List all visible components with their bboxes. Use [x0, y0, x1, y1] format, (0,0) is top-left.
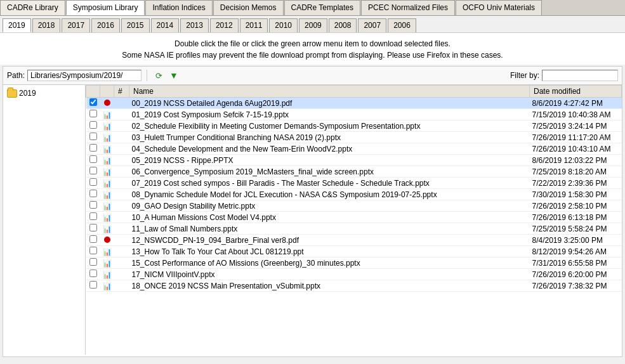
row-date: 7/25/2019 8:18:20 AM — [530, 166, 622, 178]
table-row[interactable]: 📊18_ONCE 2019 NCSS Main Presentation_vSu… — [86, 280, 622, 292]
row-number — [114, 212, 129, 223]
top-tab-decision-memos[interactable]: Decision Memos — [213, 0, 284, 15]
row-filename[interactable]: 07_2019 Cost sched sympos - Bill Paradis… — [129, 178, 530, 189]
row-filename[interactable]: 03_Hulett Trumper Conditional Branching … — [129, 132, 530, 143]
row-checkbox[interactable] — [89, 224, 97, 231]
year-tab-2009[interactable]: 2009 — [299, 18, 327, 32]
col-header-name[interactable]: Name — [129, 86, 530, 98]
row-filename[interactable]: 06_Convergence_Symposium 2019_McMasters_… — [129, 166, 530, 178]
tree-item-2019[interactable]: 2019 — [6, 88, 82, 99]
table-row[interactable]: 📊01_2019 Cost Symposium Sefcik 7-15-19.p… — [86, 109, 622, 120]
file-type-icon: 📊 — [103, 282, 112, 290]
year-tab-2014[interactable]: 2014 — [151, 18, 180, 32]
row-checkbox[interactable] — [89, 212, 97, 220]
table-row[interactable]: 📊09_GAO Design Stability Metric.pptx7/26… — [86, 200, 622, 212]
year-tab-2019[interactable]: 2019 — [3, 18, 31, 32]
table-row[interactable]: 📊07_2019 Cost sched sympos - Bill Paradi… — [86, 178, 622, 189]
row-filename[interactable]: 15_Cost Performance of AO Missions (Gree… — [129, 257, 530, 269]
top-tab-cadre-templates[interactable]: CADRe Templates — [284, 0, 360, 15]
folder-icon — [7, 89, 17, 98]
row-filename[interactable]: 18_ONCE 2019 NCSS Main Presentation_vSub… — [129, 280, 530, 292]
row-filename[interactable]: 02_Schedule Flexibility in Meeting Custo… — [129, 120, 530, 132]
year-tab-2007[interactable]: 2007 — [358, 18, 386, 32]
row-filename[interactable]: 01_2019 Cost Symposium Sefcik 7-15-19.pp… — [129, 109, 530, 120]
info-line2: Some NASA IE profiles may prevent the fi… — [3, 49, 622, 61]
table-row[interactable]: 📊17_NICM VIIIpointV.pptx7/26/2019 6:20:0… — [86, 269, 622, 280]
path-input[interactable] — [27, 70, 141, 81]
row-filename[interactable]: 11_Law of Small Numbers.pptx — [129, 223, 530, 235]
top-tab-inflation-indices[interactable]: Inflation Indices — [145, 0, 212, 15]
table-row[interactable]: 📊05_2019 NCSS - Rippe.PPTX8/6/2019 12:03… — [86, 155, 622, 166]
file-type-icon: 📊 — [103, 111, 112, 119]
year-tab-2012[interactable]: 2012 — [210, 18, 239, 32]
download-arrow-icon[interactable]: ▼ — [168, 69, 180, 82]
col-header-date[interactable]: Date modified — [530, 86, 622, 98]
row-checkbox[interactable] — [89, 190, 97, 197]
row-filename[interactable]: 05_2019 NCSS - Rippe.PPTX — [129, 155, 530, 166]
table-row[interactable]: 12_NSWCDD_PN-19_094_Barbre_Final ver8.pd… — [86, 235, 622, 246]
row-checkbox[interactable] — [89, 281, 97, 289]
row-number — [114, 178, 129, 189]
year-tab-2013[interactable]: 2013 — [180, 18, 209, 32]
table-row[interactable]: 📊11_Law of Small Numbers.pptx7/25/2019 5… — [86, 223, 622, 235]
top-tab-pcec-normalized[interactable]: PCEC Normalized Files — [361, 0, 455, 15]
col-header-num[interactable]: # — [114, 86, 129, 98]
table-row[interactable]: 📊06_Convergence_Symposium 2019_McMasters… — [86, 166, 622, 178]
table-row[interactable]: 📊02_Schedule Flexibility in Meeting Cust… — [86, 120, 622, 132]
row-checkbox-cell — [86, 257, 100, 269]
row-filename[interactable]: 04_Schedule Development and the New Team… — [129, 143, 530, 155]
year-tab-2010[interactable]: 2010 — [269, 18, 298, 32]
top-tab-ocfo-materials[interactable]: OCFO Univ Materials — [456, 0, 542, 15]
year-tab-2017[interactable]: 2017 — [62, 18, 90, 32]
table-row[interactable]: 📊10_A Human Missions Cost Model V4.pptx7… — [86, 212, 622, 223]
row-filename[interactable]: 12_NSWCDD_PN-19_094_Barbre_Final ver8.pd… — [129, 235, 530, 246]
row-checkbox[interactable] — [89, 167, 97, 174]
year-tab-2018[interactable]: 2018 — [32, 18, 61, 32]
row-checkbox-cell — [86, 189, 100, 200]
table-row[interactable]: 📊04_Schedule Development and the New Tea… — [86, 143, 622, 155]
row-checkbox[interactable] — [89, 121, 97, 129]
row-icon-cell: 📊 — [100, 280, 114, 292]
row-filename[interactable]: 13_How To Talk To Your Cat About JCL 081… — [129, 246, 530, 257]
row-filename[interactable]: 10_A Human Missions Cost Model V4.pptx — [129, 212, 530, 223]
row-date: 8/6/2019 12:03:22 PM — [530, 155, 622, 166]
row-filename[interactable]: 17_NICM VIIIpointV.pptx — [129, 269, 530, 280]
file-type-icon: 📊 — [103, 157, 112, 165]
row-icon-cell: 📊 — [100, 132, 114, 143]
year-tab-2011[interactable]: 2011 — [240, 18, 268, 32]
row-checkbox[interactable] — [89, 144, 97, 152]
top-tab-bar: CADRe LibrarySymposium LibraryInflation … — [0, 0, 625, 16]
row-number — [114, 223, 129, 235]
row-checkbox[interactable] — [89, 201, 97, 209]
top-tab-symposium-library[interactable]: Symposium Library — [66, 0, 145, 15]
row-filename[interactable]: 09_GAO Design Stability Metric.pptx — [129, 200, 530, 212]
row-checkbox[interactable] — [89, 98, 97, 106]
table-row[interactable]: 📊15_Cost Performance of AO Missions (Gre… — [86, 257, 622, 269]
row-number — [114, 109, 129, 120]
table-row[interactable]: 00_2019 NCSS Detailed Agenda 6Aug2019.pd… — [86, 98, 622, 109]
row-filename[interactable]: 08_Dynamic Schedule Model for JCL Execut… — [129, 189, 530, 200]
row-icon-cell: 📊 — [100, 189, 114, 200]
row-checkbox[interactable] — [89, 235, 97, 243]
row-checkbox[interactable] — [89, 178, 97, 186]
table-row[interactable]: 📊03_Hulett Trumper Conditional Branching… — [86, 132, 622, 143]
year-tab-2008[interactable]: 2008 — [329, 18, 357, 32]
row-checkbox[interactable] — [89, 110, 97, 117]
row-checkbox[interactable] — [89, 155, 97, 163]
year-tab-2016[interactable]: 2016 — [91, 18, 120, 32]
table-row[interactable]: 📊13_How To Talk To Your Cat About JCL 08… — [86, 246, 622, 257]
row-checkbox[interactable] — [89, 133, 97, 140]
refresh-icon[interactable]: ⟳ — [152, 69, 165, 82]
table-row[interactable]: 📊08_Dynamic Schedule Model for JCL Execu… — [86, 189, 622, 200]
file-type-icon: 📊 — [103, 202, 112, 211]
year-tab-2015[interactable]: 2015 — [121, 18, 150, 32]
filter-input[interactable] — [542, 70, 618, 81]
row-checkbox[interactable] — [89, 258, 97, 266]
row-date: 7/25/2019 3:24:14 PM — [530, 120, 622, 132]
row-checkbox[interactable] — [89, 270, 97, 277]
info-message: Double click the file or click the green… — [0, 33, 625, 65]
top-tab-cadre-library[interactable]: CADRe Library — [0, 0, 65, 15]
year-tab-2006[interactable]: 2006 — [388, 18, 416, 32]
row-checkbox[interactable] — [89, 247, 97, 254]
row-filename[interactable]: 00_2019 NCSS Detailed Agenda 6Aug2019.pd… — [129, 98, 530, 109]
